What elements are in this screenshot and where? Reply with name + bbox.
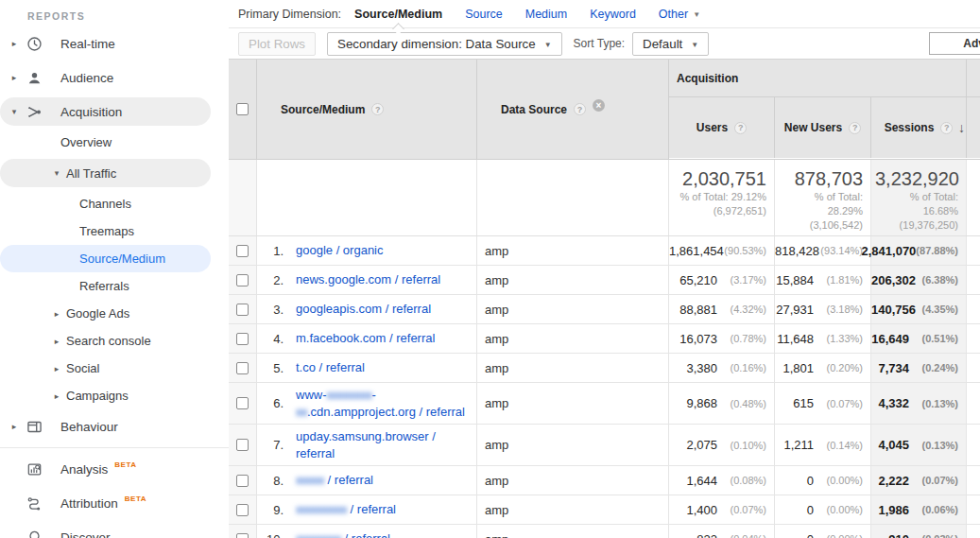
next-column-cut-cell	[967, 354, 980, 382]
row-checkbox[interactable]	[236, 397, 249, 409]
help-icon[interactable]: ?	[371, 103, 384, 115]
sidebar-item-search-console[interactable]: ▸Search console	[0, 327, 229, 355]
sidebar-item-acquisition[interactable]: ▾Acquisition	[0, 97, 211, 126]
sidebar-item-all-traffic[interactable]: ▾All Traffic	[0, 159, 211, 187]
source-medium-cell: 3. googleapis.com / referral	[257, 295, 477, 323]
sort-type-label: Sort Type:	[574, 37, 625, 50]
source-link[interactable]: news.google.com / referral	[296, 271, 440, 288]
sidebar-item-source-medium[interactable]: Source/Medium	[0, 245, 211, 272]
sidebar-item-google-ads[interactable]: ▸Google Ads	[0, 300, 229, 327]
sidebar-item-campaigns[interactable]: ▸Campaigns	[0, 382, 229, 409]
column-header-new-users[interactable]: New Users?	[775, 97, 871, 158]
row-checkbox[interactable]	[236, 274, 249, 286]
sidebar-item-discover[interactable]: Discover	[0, 520, 229, 538]
sidebar-item-audience[interactable]: ▸Audience	[0, 61, 229, 95]
row-checkbox[interactable]	[236, 245, 249, 257]
sidebar-item-real-time[interactable]: ▸Real-time	[0, 26, 229, 61]
summary-source-cell	[257, 160, 477, 235]
select-all-checkbox[interactable]	[236, 103, 249, 115]
primary-dimension-tab-keyword[interactable]: Keyword	[590, 8, 636, 21]
secondary-dimension-dropdown[interactable]: Secondary dimension: Data Source▼	[327, 32, 562, 56]
source-link[interactable]: t.co / referral	[296, 359, 365, 376]
next-column-cut-cell	[967, 266, 980, 294]
row-rank: 2.	[263, 273, 284, 287]
column-header-source-medium[interactable]: Source/Medium ?	[257, 60, 477, 159]
new-users-cell: 0(0.00%)	[775, 466, 871, 495]
column-header-sessions[interactable]: Sessions? ↓	[871, 97, 967, 158]
help-icon[interactable]: ?	[574, 103, 586, 115]
caret-down-icon[interactable]: ▾	[51, 168, 62, 178]
primary-dimension-tab-other[interactable]: Other▼	[659, 8, 700, 21]
sort-descending-icon[interactable]: ↓	[958, 120, 965, 135]
column-header-data-source[interactable]: Data Source ? ×	[477, 60, 669, 159]
group-header-next-cut	[967, 60, 980, 96]
sidebar-item-channels[interactable]: Channels	[0, 190, 229, 217]
sidebar-item-label: Channels	[79, 197, 131, 211]
sidebar-item-social[interactable]: ▸Social	[0, 355, 229, 382]
new-users-cell: 15,884(1.81%)	[775, 266, 871, 294]
sidebar-item-analysis[interactable]: AnalysisBETA	[0, 452, 229, 486]
source-link[interactable]: googleapis.com / referral	[296, 301, 431, 318]
sidebar-item-overview[interactable]: Overview	[0, 129, 229, 156]
source-link[interactable]: xxxxx / referral	[296, 472, 373, 489]
primary-dimension-tab-medium[interactable]: Medium	[525, 8, 567, 21]
primary-dimension-tab-source[interactable]: Source	[465, 8, 503, 21]
source-link[interactable]: xxxxxxxx / referral	[296, 530, 390, 538]
sessions-cell: 4,045(0.13%)	[871, 425, 967, 465]
caret-down-icon[interactable]: ▾	[8, 107, 21, 116]
sessions-cell: 2,222(0.07%)	[871, 466, 967, 495]
row-checkbox[interactable]	[236, 333, 249, 345]
source-medium-cell: 2. news.google.com / referral	[257, 266, 477, 294]
row-checkbox-cell	[229, 236, 257, 265]
sidebar-item-label: Overview	[60, 135, 112, 149]
sidebar-item-treemaps[interactable]: Treemaps	[0, 217, 229, 245]
sidebar-item-behaviour[interactable]: ▸Behaviour	[0, 409, 229, 443]
caret-right-icon[interactable]: ▸	[8, 73, 21, 82]
next-column-cut-cell	[967, 495, 980, 524]
source-link[interactable]: google / organic	[296, 242, 384, 259]
sort-type-dropdown[interactable]: Default▼	[632, 32, 709, 56]
column-header-users[interactable]: Users?	[669, 97, 775, 158]
source-link[interactable]: xxxxxxxxx / referral	[296, 501, 396, 518]
summary-new-users: 878,703 % of Total: 28.29% (3,106,542)	[775, 160, 871, 235]
row-checkbox[interactable]	[236, 533, 249, 538]
data-source-cell: amp	[477, 354, 669, 382]
sidebar-item-referrals[interactable]: Referrals	[0, 272, 229, 300]
remove-secondary-dimension-icon[interactable]: ×	[593, 99, 605, 112]
row-checkbox[interactable]	[236, 439, 249, 451]
sidebar-item-attribution[interactable]: AttributionBETA	[0, 486, 229, 520]
data-source-cell: amp	[477, 383, 669, 424]
data-source-cell: amp	[477, 236, 669, 265]
help-icon[interactable]: ?	[734, 122, 747, 134]
caret-right-icon[interactable]: ▸	[51, 364, 62, 373]
source-link[interactable]: m.facebook.com / referral	[296, 330, 435, 347]
row-checkbox[interactable]	[236, 362, 249, 374]
caret-right-icon[interactable]: ▸	[8, 39, 21, 48]
next-column-cut-cell	[967, 383, 980, 424]
table-row: 1. google / organic amp 1,861,454(90.53%…	[229, 236, 980, 266]
primary-dimension-bar: Primary Dimension: Source/MediumSourceMe…	[229, 0, 980, 28]
help-icon[interactable]: ?	[849, 122, 861, 134]
row-checkbox[interactable]	[236, 304, 249, 316]
row-checkbox[interactable]	[236, 504, 249, 516]
source-link[interactable]: www-xxxxxxxx-xx.cdn.ampproject.org / ref…	[296, 387, 465, 420]
advanced-filter-button[interactable]: Advanced	[929, 32, 980, 55]
table-row: 5. t.co / referral amp 3,380(0.16%) 1,80…	[229, 354, 980, 383]
caret-right-icon[interactable]: ▸	[51, 391, 62, 401]
sidebar-item-label: Source/Medium	[79, 252, 165, 266]
sidebar-item-label: Campaigns	[66, 389, 129, 403]
plot-rows-button[interactable]: Plot Rows	[238, 32, 316, 56]
new-users-cell: 1,211(0.14%)	[775, 425, 871, 465]
caret-right-icon[interactable]: ▸	[51, 337, 62, 346]
sidebar-item-label: Attribution	[0, 496, 118, 511]
source-medium-cell: 10. xxxxxxxx / referral	[257, 525, 477, 538]
data-source-cell: amp	[477, 295, 669, 323]
chevron-down-icon: ▼	[693, 10, 700, 19]
caret-right-icon[interactable]: ▸	[8, 422, 21, 431]
row-checkbox[interactable]	[236, 475, 249, 487]
help-icon[interactable]: ?	[940, 122, 953, 134]
source-link[interactable]: upday.samsung.browser / referral	[296, 428, 473, 461]
primary-dimension-tab-source-medium[interactable]: Source/Medium	[354, 8, 442, 21]
caret-right-icon[interactable]: ▸	[51, 309, 62, 319]
sessions-cell: 910(0.03%)	[871, 525, 967, 538]
